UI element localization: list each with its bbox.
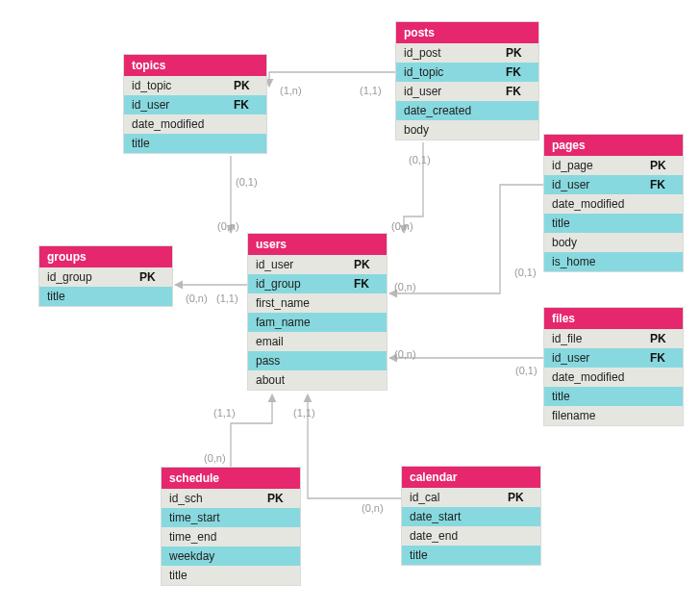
- col-name: title: [124, 134, 234, 153]
- col-key: PK: [506, 43, 538, 63]
- col-key: [267, 546, 300, 566]
- col-key: [508, 507, 540, 526]
- col-name: date_created: [396, 101, 506, 120]
- col-key: [650, 214, 683, 233]
- rel-schedule-users: [231, 394, 272, 467]
- col-name: body: [396, 120, 506, 140]
- entity-files: files id_filePK id_userFK date_modified …: [543, 307, 684, 426]
- col-name: id_topic: [396, 63, 506, 82]
- entity-row: about: [248, 370, 387, 390]
- col-key: FK: [354, 274, 387, 293]
- col-key: PK: [650, 329, 683, 348]
- entity-row: id_groupFK: [248, 274, 387, 293]
- entity-users: users id_userPK id_groupFK first_name fa…: [247, 233, 388, 391]
- col-name: fam_name: [248, 313, 354, 332]
- col-key: [234, 134, 266, 153]
- entity-header: schedule: [162, 468, 300, 489]
- col-name: id_user: [544, 348, 650, 368]
- entity-row: date_modified: [544, 368, 683, 387]
- col-name: time_end: [162, 527, 267, 546]
- col-key: [267, 508, 300, 527]
- col-key: FK: [650, 348, 683, 368]
- entity-row: title: [39, 287, 172, 306]
- entity-row: title: [402, 546, 540, 565]
- col-key: [650, 387, 683, 406]
- col-key: [508, 526, 540, 546]
- col-name: date_modified: [544, 368, 650, 387]
- entity-row: date_created: [396, 101, 538, 120]
- cardinality-label: (0,n): [362, 502, 384, 514]
- entity-header: users: [248, 234, 387, 255]
- col-key: PK: [139, 267, 172, 287]
- col-key: [354, 351, 387, 370]
- cardinality-label: (1,1): [213, 407, 236, 419]
- col-key: [354, 293, 387, 313]
- entity-row: id_schPK: [162, 489, 300, 508]
- entity-row: email: [248, 332, 387, 351]
- col-name: id_cal: [402, 488, 508, 507]
- entity-posts: posts id_postPK id_topicFK id_userFK dat…: [395, 21, 539, 140]
- cardinality-label: (0,n): [391, 220, 413, 232]
- col-key: FK: [234, 95, 266, 114]
- col-name: title: [39, 287, 139, 306]
- entity-row: id_userFK: [544, 175, 683, 194]
- col-key: FK: [650, 175, 683, 194]
- col-key: PK: [267, 489, 300, 508]
- entity-row: id_filePK: [544, 329, 683, 348]
- entity-row: id_pagePK: [544, 156, 683, 175]
- col-name: id_group: [248, 274, 354, 293]
- col-name: title: [544, 387, 650, 406]
- entity-row: title: [544, 387, 683, 406]
- entity-row: id_groupPK: [39, 267, 172, 287]
- entity-groups: groups id_groupPK title: [38, 245, 173, 307]
- entity-row: id_userFK: [396, 82, 538, 101]
- entity-header: groups: [39, 246, 172, 267]
- entity-row: id_userPK: [248, 255, 387, 274]
- col-name: title: [544, 214, 650, 233]
- col-key: [354, 332, 387, 351]
- col-name: time_start: [162, 508, 267, 527]
- cardinality-label: (0,1): [515, 365, 538, 376]
- col-key: PK: [234, 76, 266, 95]
- entity-schedule: schedule id_schPK time_start time_end we…: [161, 467, 301, 586]
- entity-row: title: [124, 134, 266, 153]
- cardinality-label: (0,1): [409, 154, 431, 165]
- col-name: id_post: [396, 43, 506, 63]
- col-name: id_user: [248, 255, 354, 274]
- cardinality-label: (0,n): [186, 292, 208, 304]
- col-key: [508, 546, 540, 565]
- entity-row: date_end: [402, 526, 540, 546]
- entity-row: fam_name: [248, 313, 387, 332]
- entity-row: id_userFK: [544, 348, 683, 368]
- cardinality-label: (0,n): [204, 452, 226, 464]
- entity-row: filename: [544, 406, 683, 425]
- col-name: date_modified: [544, 194, 650, 214]
- entity-header: pages: [544, 135, 683, 156]
- col-name: body: [544, 233, 650, 252]
- col-name: id_page: [544, 156, 650, 175]
- col-key: [650, 233, 683, 252]
- col-name: filename: [544, 406, 650, 425]
- entity-pages: pages id_pagePK id_userFK date_modified …: [543, 134, 684, 272]
- col-name: id_user: [396, 82, 506, 101]
- cardinality-label: (0,1): [514, 267, 537, 278]
- cardinality-label: (0,n): [394, 281, 416, 292]
- entity-row: title: [544, 214, 683, 233]
- col-key: FK: [506, 63, 538, 82]
- entity-row: date_start: [402, 507, 540, 526]
- col-name: first_name: [248, 293, 354, 313]
- entity-header: calendar: [402, 467, 540, 488]
- col-name: id_group: [39, 267, 139, 287]
- col-name: id_user: [124, 95, 234, 114]
- col-name: id_file: [544, 329, 650, 348]
- entity-row: first_name: [248, 293, 387, 313]
- cardinality-label: (0,1): [236, 176, 258, 188]
- entity-row: is_home: [544, 252, 683, 271]
- col-key: [506, 101, 538, 120]
- col-key: [234, 114, 266, 134]
- entity-row: body: [544, 233, 683, 252]
- cardinality-label: (0,n): [394, 348, 416, 360]
- col-name: email: [248, 332, 354, 351]
- col-name: pass: [248, 351, 354, 370]
- col-key: [267, 527, 300, 546]
